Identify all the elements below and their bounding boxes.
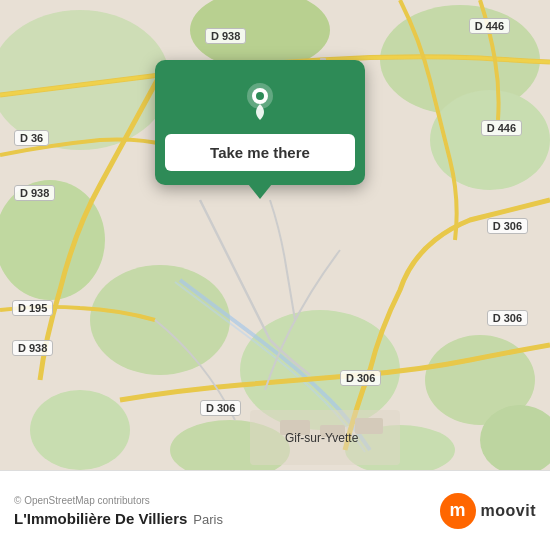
svg-point-10 <box>30 390 130 470</box>
moovit-icon: m <box>440 493 476 529</box>
road-label-d36: D 36 <box>14 130 49 146</box>
place-info: © OpenStreetMap contributors L'Immobiliè… <box>14 495 223 527</box>
road-label-d938-l: D 938 <box>14 185 55 201</box>
location-pin-icon <box>238 78 282 122</box>
moovit-label: moovit <box>481 502 536 520</box>
road-label-d306-r: D 306 <box>487 218 528 234</box>
city-label-gif: Gif-sur-Yvette <box>280 430 363 446</box>
place-city: Paris <box>193 512 223 527</box>
take-me-there-button[interactable]: Take me there <box>165 134 355 171</box>
moovit-logo: m moovit <box>440 493 536 529</box>
road-label-d938-bl: D 938 <box>12 340 53 356</box>
map-popup: Take me there <box>155 60 365 185</box>
road-label-d446-tr: D 446 <box>469 18 510 34</box>
bottom-bar: © OpenStreetMap contributors L'Immobiliè… <box>0 470 550 550</box>
road-label-d306-m: D 306 <box>487 310 528 326</box>
svg-point-22 <box>256 92 264 100</box>
road-label-d446-r: D 446 <box>481 120 522 136</box>
map-container: D 938 D 446 D 446 D 36 D 938 D 306 D 195… <box>0 0 550 470</box>
road-label-d306-bm: D 306 <box>340 370 381 386</box>
attribution-text: © OpenStreetMap contributors <box>14 495 223 506</box>
road-label-d938-top: D 938 <box>205 28 246 44</box>
svg-point-4 <box>430 90 550 190</box>
place-title: L'Immobilière De Villiers <box>14 510 187 527</box>
road-label-d306-b: D 306 <box>200 400 241 416</box>
svg-point-6 <box>90 265 230 375</box>
place-name-row: L'Immobilière De Villiers Paris <box>14 510 223 527</box>
road-label-d195: D 195 <box>12 300 53 316</box>
